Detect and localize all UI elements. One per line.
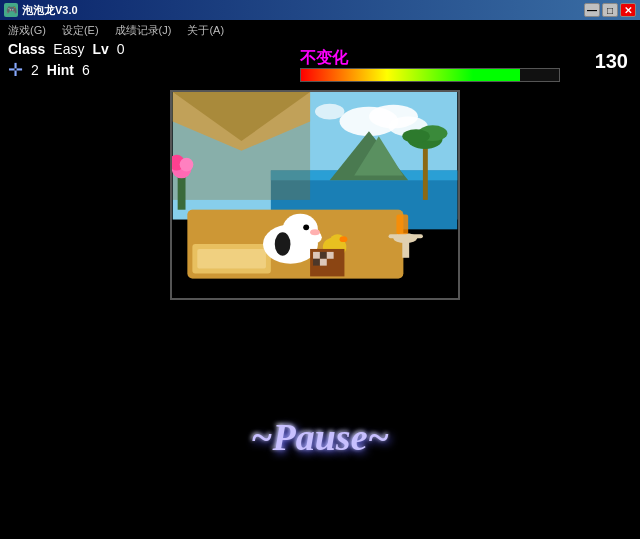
progress-bar-container — [300, 68, 560, 82]
hint-label: Hint — [47, 62, 74, 78]
move-value: 2 — [31, 62, 39, 78]
hud-top: Class Easy Lv 0 ✛ 2 Hint 6 不变化 130 — [0, 40, 640, 82]
lv-value: 0 — [117, 41, 125, 57]
minimize-button[interactable]: — — [584, 3, 600, 17]
svg-rect-19 — [197, 249, 266, 269]
hud-row1: Class Easy Lv 0 — [8, 41, 125, 57]
menu-game[interactable]: 游戏(G) — [4, 23, 50, 38]
score-display: 130 — [595, 50, 628, 73]
title-bar-buttons: — □ ✕ — [584, 3, 636, 17]
status-text: 不变化 — [300, 48, 348, 69]
scene-svg — [172, 92, 458, 298]
game-area: Class Easy Lv 0 ✛ 2 Hint 6 不变化 130 — [0, 40, 640, 539]
svg-rect-30 — [313, 252, 320, 259]
svg-point-12 — [402, 129, 429, 143]
svg-point-28 — [340, 236, 348, 242]
hint-value: 6 — [82, 62, 90, 78]
svg-point-4 — [315, 104, 344, 120]
svg-point-23 — [303, 224, 309, 230]
progress-bar-empty — [520, 69, 559, 81]
class-value: Easy — [53, 41, 84, 57]
lv-label: Lv — [92, 41, 108, 57]
svg-rect-31 — [320, 252, 327, 259]
menu-settings[interactable]: 设定(E) — [58, 23, 103, 38]
maximize-button[interactable]: □ — [602, 3, 618, 17]
title-bar: 🎮 泡泡龙V3.0 — □ ✕ — [0, 0, 640, 20]
svg-point-42 — [180, 158, 194, 172]
move-icon: ✛ — [8, 59, 23, 81]
svg-point-37 — [393, 233, 417, 243]
class-label: Class — [8, 41, 45, 57]
app-icon: 🎮 — [4, 3, 18, 17]
title-bar-left: 🎮 泡泡龙V3.0 — [4, 3, 78, 18]
menu-bar: 游戏(G) 设定(E) 成绩记录(J) 关于(A) — [0, 20, 640, 40]
game-image — [170, 90, 460, 300]
svg-rect-34 — [320, 259, 327, 266]
close-button[interactable]: ✕ — [620, 3, 636, 17]
menu-about[interactable]: 关于(A) — [183, 23, 228, 38]
svg-rect-38 — [396, 215, 408, 235]
hud-row2: ✛ 2 Hint 6 — [8, 59, 125, 81]
progress-bar-fill — [301, 69, 559, 81]
svg-rect-32 — [327, 252, 334, 259]
window-title: 泡泡龙V3.0 — [22, 3, 78, 18]
pause-text: ~Pause~ — [251, 415, 389, 459]
hud-left: Class Easy Lv 0 ✛ 2 Hint 6 — [8, 41, 125, 81]
svg-point-25 — [275, 232, 291, 256]
svg-point-24 — [310, 229, 320, 235]
svg-rect-9 — [423, 141, 428, 200]
menu-records[interactable]: 成绩记录(J) — [111, 23, 176, 38]
svg-rect-33 — [313, 259, 320, 266]
